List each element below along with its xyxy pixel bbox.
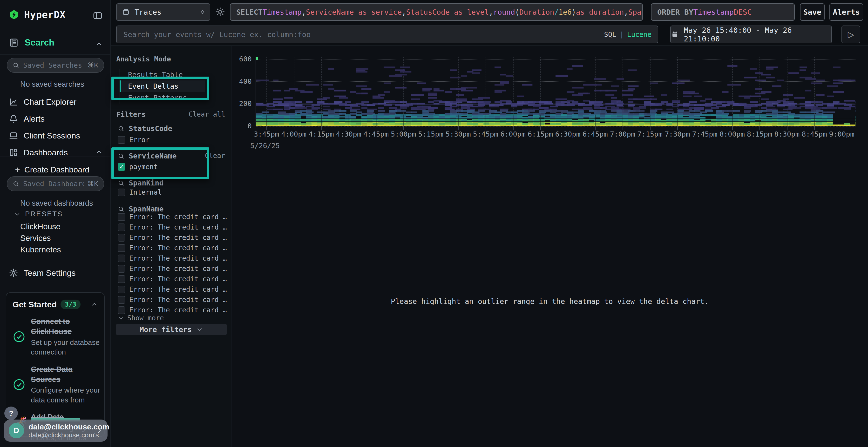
show-more-link[interactable]: Show more xyxy=(118,314,164,322)
sidebar-item-dashboards[interactable]: Dashboards xyxy=(0,145,111,160)
run-query-button[interactable]: ▷ xyxy=(841,26,860,43)
filter-option-spanname[interactable]: Error: The credit card … xyxy=(118,265,227,273)
event-search-input[interactable] xyxy=(123,30,599,39)
sidebar-item-client-sessions[interactable]: Client Sessions xyxy=(0,128,111,143)
chevron-up-icon[interactable] xyxy=(95,40,103,48)
filter-option-spanname[interactable]: Error: The credit card … xyxy=(118,285,227,294)
create-dashboard-button[interactable]: + Create Dashboard xyxy=(15,165,89,175)
notebook-icon xyxy=(9,38,19,48)
filter-option-error[interactable]: Error xyxy=(118,136,150,144)
chevron-down-icon xyxy=(196,326,203,333)
chevron-up-icon[interactable] xyxy=(95,148,103,156)
heatmap-canvas xyxy=(256,57,856,126)
more-filters-button[interactable]: More filters xyxy=(116,324,227,335)
circle-check-icon xyxy=(12,330,26,343)
preset-services[interactable]: Services xyxy=(20,234,51,243)
nav-label: Chart Explorer xyxy=(24,97,76,107)
spanname-options: Error: The credit card … Error: The cred… xyxy=(118,213,227,314)
clear-all-link[interactable]: Clear all xyxy=(189,110,225,118)
preset-clickhouse[interactable]: ClickHouse xyxy=(20,222,61,231)
create-dashboard-label: Create Dashboard xyxy=(24,165,89,174)
filter-option-spanname[interactable]: Error: The credit card … xyxy=(118,244,227,252)
checkbox[interactable] xyxy=(118,306,125,314)
option-label: Error: The credit card … xyxy=(129,296,227,304)
saved-dashboards-search[interactable]: ⌘K xyxy=(7,176,104,191)
saved-searches-input[interactable] xyxy=(23,61,84,70)
sql-orderby-editor[interactable]: ORDER BY Timestamp DESC xyxy=(651,3,795,21)
saved-searches-search[interactable]: ⌘K xyxy=(7,58,104,73)
language-lucene[interactable]: Lucene xyxy=(627,31,651,38)
filter-option-spanname[interactable]: Error: The credit card … xyxy=(118,275,227,283)
get-started-item-sources[interactable]: Create Data Sources Configure where your… xyxy=(12,365,98,405)
tab-results-table[interactable]: Results Table xyxy=(120,69,205,80)
heatmap-chart[interactable]: 3:45pm4:00pm4:15pm4:30pm4:45pm5:00pm5:15… xyxy=(255,57,856,126)
get-started-title: Get Started xyxy=(12,300,57,309)
checkbox[interactable] xyxy=(118,213,125,221)
get-started-item-title: Create Data Sources xyxy=(31,365,103,385)
alerts-button[interactable]: Alerts xyxy=(830,3,863,21)
search-icon xyxy=(118,153,124,160)
filter-option-internal[interactable]: Internal xyxy=(118,188,162,196)
user-subtitle: dale@clickhouse.com's xyxy=(28,431,94,439)
filter-option-spanname[interactable]: Error: The credit card … xyxy=(118,223,227,231)
get-started-badge: 3/3 xyxy=(61,300,81,309)
option-label: Error: The credit card … xyxy=(129,254,227,262)
checkbox-checked[interactable] xyxy=(118,163,125,171)
option-label: Error: The credit card … xyxy=(129,234,227,242)
checkbox[interactable] xyxy=(118,224,125,231)
filter-option-spanname[interactable]: Error: The credit card … xyxy=(118,306,227,314)
checkbox[interactable] xyxy=(118,296,125,304)
analysis-mode-tabs: Results Table Event Deltas Event Pattern… xyxy=(120,69,205,104)
sql-select-editor[interactable]: SELECT Timestamp, ServiceName as service… xyxy=(230,3,643,21)
presets-toggle[interactable]: PRESETS xyxy=(14,210,63,218)
checkbox[interactable] xyxy=(118,265,125,273)
calendar-icon xyxy=(671,30,679,38)
checkbox[interactable] xyxy=(118,286,125,294)
option-label: Error xyxy=(129,136,150,144)
saved-dashboards-input[interactable] xyxy=(23,179,84,188)
option-label: Error: The credit card … xyxy=(129,275,227,283)
presets-label: PRESETS xyxy=(25,210,63,218)
nav-label: Team Settings xyxy=(24,268,75,278)
filter-group-spankind[interactable]: SpanKind xyxy=(118,179,164,187)
chevron-up-icon[interactable] xyxy=(91,301,98,308)
date-range-value: May 26 15:40:00 - May 26 21:10:00 xyxy=(684,26,831,43)
checkbox[interactable] xyxy=(118,188,125,196)
filter-option-spanname[interactable]: Error: The credit card … xyxy=(118,254,227,262)
source-settings-button[interactable] xyxy=(215,7,225,17)
sidebar-section-search[interactable]: Search xyxy=(9,38,54,48)
app-logo[interactable]: HyperDX xyxy=(9,9,66,20)
clear-servicename-link[interactable]: Clear xyxy=(205,152,225,160)
filter-option-payment[interactable]: payment xyxy=(118,163,158,171)
date-range-picker[interactable]: May 26 15:40:00 - May 26 21:10:00 xyxy=(670,26,832,43)
sidebar-item-alerts[interactable]: Alerts xyxy=(0,111,111,126)
sidebar-item-chart-explorer[interactable]: Chart Explorer xyxy=(0,94,111,109)
filters-panel: Analysis Mode Results Table Event Deltas… xyxy=(111,46,231,447)
filters-header: Filters xyxy=(116,110,146,118)
checkbox[interactable] xyxy=(118,136,125,144)
checkbox[interactable] xyxy=(118,244,125,252)
filter-option-spanname[interactable]: Error: The credit card … xyxy=(118,234,227,242)
source-selector[interactable]: Traces xyxy=(116,3,210,21)
tab-event-patterns[interactable]: Event Patterns xyxy=(120,92,205,104)
event-search-bar[interactable]: SQL | Lucene xyxy=(116,26,658,43)
get-started-item-connect[interactable]: Connect to ClickHouse Set up your databa… xyxy=(12,316,98,357)
language-sql[interactable]: SQL xyxy=(604,31,616,38)
filter-option-spanname[interactable]: Error: The credit card … xyxy=(118,296,227,304)
filter-group-statuscode[interactable]: StatusCode xyxy=(118,124,173,133)
sidebar-collapse-icon[interactable] xyxy=(93,10,103,21)
filter-group-servicename[interactable]: ServiceName xyxy=(118,152,177,160)
kbd-shortcut: ⌘K xyxy=(88,180,98,187)
gear-icon xyxy=(215,7,225,17)
user-menu[interactable]: D dale@clickhouse.com dale@clickhouse.co… xyxy=(4,419,107,442)
tab-event-deltas[interactable]: Event Deltas xyxy=(120,80,205,92)
filter-group-spanname[interactable]: SpanName xyxy=(118,205,164,213)
checkbox[interactable] xyxy=(118,275,125,283)
preset-kubernetes[interactable]: Kubernetes xyxy=(20,245,61,254)
sidebar-item-team-settings[interactable]: Team Settings xyxy=(0,265,111,280)
save-button[interactable]: Save xyxy=(800,3,825,21)
help-button[interactable]: ? xyxy=(4,407,18,420)
filter-option-spanname[interactable]: Error: The credit card … xyxy=(118,213,227,221)
checkbox[interactable] xyxy=(118,254,125,262)
checkbox[interactable] xyxy=(118,234,125,242)
